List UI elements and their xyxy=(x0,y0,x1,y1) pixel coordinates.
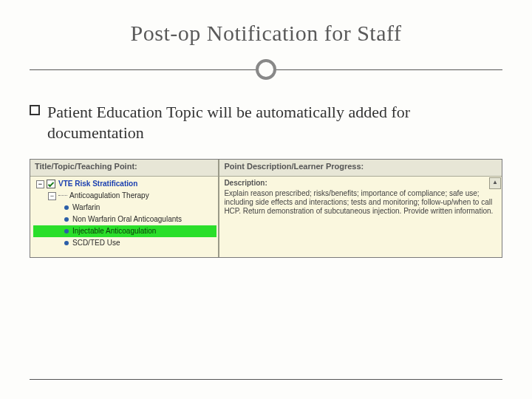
bullet-dot-icon xyxy=(64,229,69,233)
tree-root[interactable]: − VTE Risk Stratification xyxy=(33,178,216,190)
tree-item-selected[interactable]: Injectable Anticoagulation xyxy=(33,225,216,237)
tree-item[interactable]: SCD/TED Use xyxy=(33,237,216,249)
page-title: Post-op Notification for Staff xyxy=(30,21,502,46)
tree-label: Injectable Anticoagulation xyxy=(72,225,156,237)
left-header: Title/Topic/Teaching Point: xyxy=(30,160,218,177)
tree-label: Non Warfarin Oral Anticoagulants xyxy=(72,214,182,225)
description-label: Description: xyxy=(224,179,497,188)
scroll-up-icon[interactable]: ▲ xyxy=(489,177,501,189)
tree-line-icon xyxy=(58,195,67,197)
topic-tree[interactable]: − VTE Risk Stratification − Anticoagulat… xyxy=(30,177,218,257)
right-pane: Point Description/Learner Progress: ▲ De… xyxy=(219,160,502,257)
left-pane: Title/Topic/Teaching Point: − VTE Risk S… xyxy=(30,160,219,257)
tree-sub[interactable]: − Anticoagulation Therapy xyxy=(33,190,216,202)
app-screenshot: Title/Topic/Teaching Point: − VTE Risk S… xyxy=(30,159,502,258)
tree-label: Anticoagulation Therapy xyxy=(69,190,149,202)
slide: Post-op Notification for Staff Patient E… xyxy=(0,0,532,399)
title-circle-icon xyxy=(256,59,276,80)
bullet-text: Patient Education Topic will be automati… xyxy=(47,103,410,142)
bullet-dot-icon xyxy=(64,217,69,222)
tree-item[interactable]: Non Warfarin Oral Anticoagulants xyxy=(33,214,216,225)
bullet-square-icon xyxy=(30,105,40,115)
bullet-dot-icon xyxy=(64,241,69,245)
footer-rule xyxy=(30,379,502,380)
collapse-icon[interactable]: − xyxy=(36,180,44,188)
title-block: Post-op Notification for Staff xyxy=(30,21,502,81)
collapse-icon[interactable]: − xyxy=(48,192,56,200)
tree-item[interactable]: Warfarin xyxy=(33,202,216,214)
checkbox-icon[interactable] xyxy=(47,180,55,188)
title-rule xyxy=(30,59,502,81)
description-text: Explain reason prescribed; risks/benefit… xyxy=(224,189,497,216)
tree-label: VTE Risk Stratification xyxy=(58,178,137,190)
bullet-dot-icon xyxy=(64,205,69,210)
bullet-line: Patient Education Topic will be automati… xyxy=(30,102,502,143)
right-header: Point Description/Learner Progress: xyxy=(219,160,502,177)
tree-label: SCD/TED Use xyxy=(72,237,120,249)
description-body: ▲ Description: Explain reason prescribed… xyxy=(219,177,502,257)
tree-label: Warfarin xyxy=(72,202,100,214)
bullet-block: Patient Education Topic will be automati… xyxy=(30,102,502,143)
